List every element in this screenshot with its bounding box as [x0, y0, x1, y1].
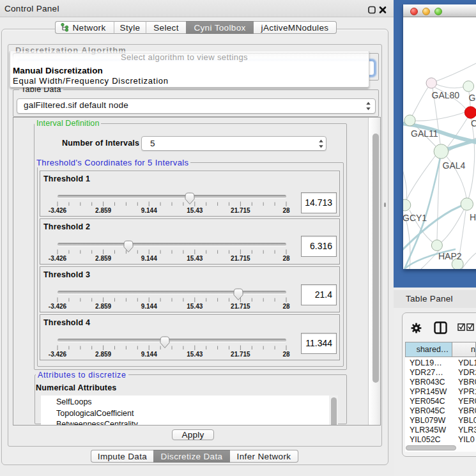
svg-text:28: 28: [282, 351, 290, 358]
svg-text:21.715: 21.715: [231, 255, 250, 262]
svg-text:28: 28: [282, 255, 290, 262]
svg-text:21.715: 21.715: [231, 351, 250, 358]
svg-text:-3.426: -3.426: [49, 303, 67, 310]
svg-text:21.715: 21.715: [231, 207, 250, 214]
svg-text:21.715: 21.715: [231, 303, 250, 310]
svg-text:2.859: 2.859: [95, 255, 111, 262]
svg-text:G.: G.: [469, 93, 476, 103]
svg-text:28: 28: [282, 303, 290, 310]
svg-text:GCY1: GCY1: [403, 213, 427, 223]
svg-text:-3.426: -3.426: [49, 255, 67, 262]
svg-text:C: C: [471, 118, 476, 128]
svg-text:28: 28: [282, 207, 290, 214]
svg-text:-3.426: -3.426: [49, 351, 67, 358]
svg-text:9.144: 9.144: [141, 207, 157, 214]
svg-text:GAL4: GAL4: [443, 160, 466, 171]
svg-text:2.859: 2.859: [95, 351, 111, 358]
svg-text:GAL11: GAL11: [411, 128, 438, 139]
svg-text:9.144: 9.144: [141, 351, 157, 358]
svg-text:15.43: 15.43: [187, 255, 203, 262]
svg-text:9.144: 9.144: [141, 303, 157, 310]
svg-text:-3.426: -3.426: [49, 207, 67, 214]
svg-text:GAL80: GAL80: [432, 90, 460, 100]
svg-text:2.859: 2.859: [95, 303, 111, 310]
svg-text:H: H: [470, 212, 476, 222]
svg-text:15.43: 15.43: [187, 303, 203, 310]
svg-text:2.859: 2.859: [95, 207, 111, 214]
svg-text:15.43: 15.43: [187, 351, 203, 358]
svg-text:9.144: 9.144: [141, 255, 157, 262]
svg-text:HAP2: HAP2: [438, 251, 462, 261]
svg-text:15.43: 15.43: [187, 207, 203, 214]
